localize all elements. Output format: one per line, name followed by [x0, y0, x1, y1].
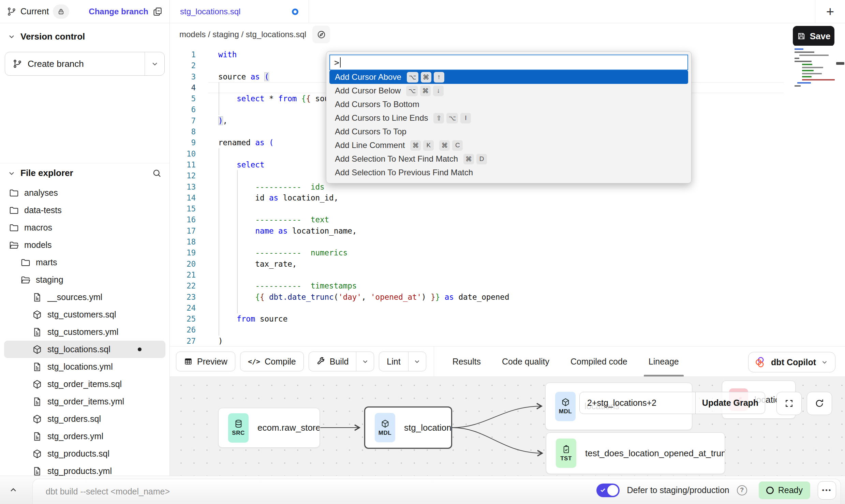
- tab-results[interactable]: Results: [453, 346, 481, 376]
- file-item-data-tests[interactable]: data-tests: [4, 202, 165, 219]
- code-line: 26: [170, 324, 845, 335]
- chevron-up-icon[interactable]: [8, 485, 18, 495]
- new-tab-button[interactable]: +: [815, 0, 845, 23]
- compile-icon: </>: [248, 357, 260, 366]
- line-number: 23: [170, 292, 208, 302]
- lineage-panel[interactable]: SRC ecom.raw_stores MDL stg_locations MD…: [170, 377, 845, 476]
- line-content: ---------- timestamps: [208, 280, 784, 291]
- file-item-stg-products-sql[interactable]: stg_products.sql: [4, 445, 165, 462]
- save-button[interactable]: Save: [793, 26, 834, 46]
- lint-dropdown[interactable]: [408, 352, 426, 371]
- help-icon[interactable]: ?: [737, 485, 747, 495]
- line-number: 15: [170, 203, 208, 214]
- update-graph-label: Update Graph: [702, 398, 758, 408]
- palette-item-add-cursor-above[interactable]: Add Cursor Above ⌥⌘↑: [329, 70, 688, 84]
- file-explorer-section-header[interactable]: File explorer: [0, 163, 169, 183]
- line-content: ---------- text: [208, 214, 784, 225]
- lint-button[interactable]: Lint: [379, 352, 426, 371]
- status-circle-icon: [766, 487, 774, 494]
- file-item-analyses[interactable]: analyses: [4, 184, 165, 202]
- minimap-slider[interactable]: [836, 62, 844, 65]
- file-item-stg-locations-yml[interactable]: stg_locations.yml: [4, 358, 165, 375]
- chevron-down-icon: [821, 358, 828, 366]
- lineage-node-source[interactable]: SRC ecom.raw_stores: [218, 408, 320, 448]
- unsaved-dot-icon: [292, 9, 298, 15]
- file-item-staging[interactable]: staging: [4, 271, 165, 288]
- line-number: 25: [170, 313, 208, 324]
- line-content: from source: [208, 313, 784, 324]
- palette-item-add-cursor-below[interactable]: Add Cursor Below ⌥⌘↓: [329, 84, 688, 98]
- file-item-stg-locations-sql[interactable]: stg_locations.sql: [4, 341, 165, 358]
- dbt-copilot-button[interactable]: dbt Copilot: [748, 352, 835, 372]
- file-icon: [32, 292, 42, 302]
- fullscreen-button[interactable]: [776, 392, 802, 415]
- lineage-node-test[interactable]: TST test_does_location_opened_at_trunc_t…: [546, 432, 725, 474]
- file-item-sources-yml[interactable]: __sources.yml: [4, 288, 165, 306]
- command-palette-input[interactable]: >: [329, 55, 688, 70]
- line-number: 20: [170, 258, 208, 269]
- tab-lineage[interactable]: Lineage: [649, 346, 679, 376]
- compile-button[interactable]: </> Compile: [240, 352, 304, 371]
- file-item-stg-order-items-sql[interactable]: stg_order_items.sql: [4, 375, 165, 393]
- file-navigate-button[interactable]: [312, 26, 330, 43]
- file-icon: [32, 362, 42, 372]
- line-content: id as location_id,: [208, 192, 784, 203]
- key-badge: ⇧: [433, 113, 444, 123]
- key-badge: D: [476, 154, 487, 164]
- preview-button[interactable]: Preview: [176, 352, 235, 371]
- command-placeholder: dbt build --select <model_name>: [46, 487, 170, 496]
- tab-code-quality[interactable]: Code quality: [502, 346, 549, 376]
- minimap[interactable]: [795, 48, 838, 168]
- line-number: 8: [170, 126, 208, 137]
- tab-stg-locations-sql[interactable]: stg_locations.sql: [170, 0, 309, 23]
- tab-compiled-code[interactable]: Compiled code: [570, 346, 627, 376]
- code-line: 27 ): [170, 336, 845, 346]
- save-floppy-icon: [797, 32, 806, 41]
- version-control-section-header[interactable]: Version control: [0, 29, 169, 44]
- file-item-stg-order-items-yml[interactable]: stg_order_items.yml: [4, 393, 165, 410]
- refresh-icon: [814, 398, 825, 409]
- search-icon[interactable]: [152, 168, 162, 178]
- line-number: 1: [170, 49, 208, 60]
- defer-toggle[interactable]: [596, 484, 620, 497]
- build-button[interactable]: Build: [309, 352, 374, 371]
- palette-item-add-selection-to-next-find-match[interactable]: Add Selection To Next Find Match ⌘D: [329, 152, 688, 166]
- lineage-selector-input[interactable]: 2+stg_locations+2: [580, 392, 695, 414]
- code-line: 14 id as location_id,: [170, 192, 845, 203]
- file-item-macros[interactable]: macros: [4, 219, 165, 236]
- lineage-node-stg-locations[interactable]: MDL stg_locations: [364, 406, 452, 449]
- file-icon: [32, 431, 42, 442]
- git-branch-icon: [7, 7, 16, 16]
- create-branch-dropdown[interactable]: [145, 52, 164, 75]
- copilot-logo-icon: [755, 357, 766, 368]
- change-branch-link[interactable]: Change branch: [89, 7, 148, 16]
- line-number: 2: [170, 60, 208, 71]
- palette-item-add-line-comment[interactable]: Add Line Comment ⌘K⌘C: [329, 138, 688, 152]
- model-icon: [32, 344, 42, 355]
- overflow-menu-button[interactable]: •••: [818, 481, 836, 500]
- update-graph-button[interactable]: Update Graph: [695, 392, 765, 414]
- file-item-models[interactable]: models: [4, 236, 165, 254]
- code-line: 16 ---------- text: [170, 214, 845, 225]
- build-dropdown[interactable]: [356, 352, 374, 371]
- file-item-stg-orders-sql[interactable]: stg_orders.sql: [4, 410, 165, 428]
- palette-item-add-cursors-to-top[interactable]: Add Cursors To Top: [329, 125, 688, 138]
- file-item-stg-customers-yml[interactable]: stg_customers.yml: [4, 323, 165, 341]
- copy-icon[interactable]: [152, 6, 163, 17]
- line-number: 6: [170, 104, 208, 115]
- key-badge: ↑: [434, 72, 444, 83]
- command-palette: > Add Cursor Above ⌥⌘↑ Add Cursor Below …: [326, 51, 692, 183]
- file-item-stg-orders-yml[interactable]: stg_orders.yml: [4, 428, 165, 445]
- file-item-marts[interactable]: marts: [4, 254, 165, 271]
- palette-item-add-cursors-to-line-ends[interactable]: Add Cursors to Line Ends ⇧⌥I: [329, 111, 688, 125]
- create-branch-button[interactable]: Create branch: [5, 52, 165, 76]
- key-badge: ↓: [433, 86, 444, 96]
- file-item-stg-customers-sql[interactable]: stg_customers.sql: [4, 306, 165, 323]
- palette-item-add-selection-to-previous-find-match[interactable]: Add Selection To Previous Find Match: [329, 166, 688, 179]
- line-number: 21: [170, 269, 208, 280]
- refresh-button[interactable]: [807, 392, 832, 415]
- file-item-stg-products-yml[interactable]: stg_products.yml: [4, 462, 165, 476]
- model-icon: [32, 379, 42, 389]
- palette-item-add-cursors-to-bottom[interactable]: Add Cursors To Bottom: [329, 98, 688, 111]
- ready-status-badge[interactable]: Ready: [759, 481, 810, 499]
